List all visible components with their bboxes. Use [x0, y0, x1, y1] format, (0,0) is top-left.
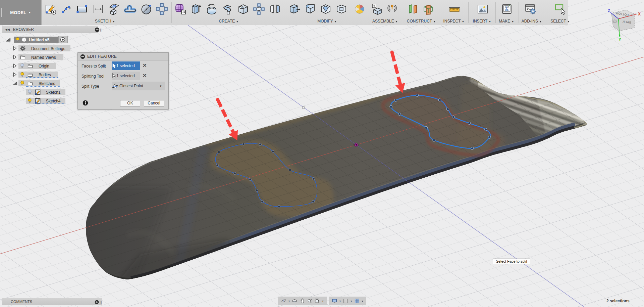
svg-text:Y: Y	[619, 37, 621, 42]
svg-text:X: X	[638, 12, 641, 16]
svg-text:Z: Z	[608, 8, 610, 13]
